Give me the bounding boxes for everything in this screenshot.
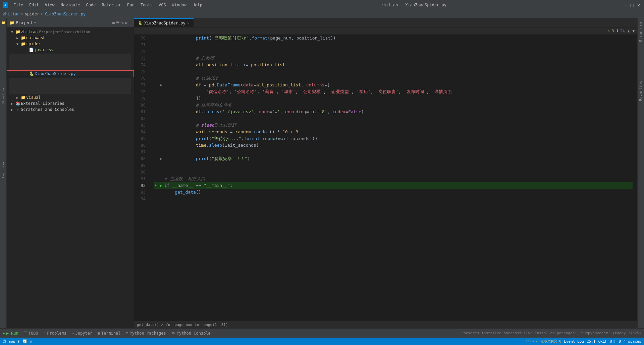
menu-edit[interactable]: Edit: [26, 2, 42, 8]
menu-code[interactable]: Code: [84, 2, 99, 8]
code-editor[interactable]: print('已爬取第{}页\n'.format(page_num, posit…: [151, 35, 633, 321]
code-line-89: [154, 162, 633, 169]
menu-window[interactable]: Window: [169, 2, 189, 8]
menu-navigate[interactable]: Navigate: [58, 2, 83, 8]
minimize-button[interactable]: ─: [623, 2, 628, 8]
editor-scrollbar[interactable]: [633, 35, 637, 321]
tab-label: XiaoZhaoSpider.py: [144, 21, 185, 25]
scratches-icon: ✏: [15, 107, 21, 112]
status-bar-right: CSDN @ 程序员的窝 Q Event Log 25:1 CRLF UTF-8…: [526, 339, 641, 344]
python-packages-icon: ⊞: [126, 331, 128, 335]
tree-item-spider[interactable]: ▼ 📁 spider: [7, 41, 134, 47]
git-branch[interactable]: ⑳ app ▼: [3, 339, 20, 344]
favorites-icon[interactable]: Favorites: [0, 167, 6, 173]
close-button[interactable]: ✕: [636, 2, 641, 8]
favorites-sidebar-label[interactable]: Favorites: [638, 78, 644, 104]
todo-button[interactable]: ☰ TODO: [24, 331, 38, 336]
python-icon: 🐍: [29, 71, 35, 76]
linenum-87: 87: [134, 149, 148, 155]
menu-run[interactable]: Run: [124, 2, 137, 8]
tree-item-java-csv[interactable]: 📄 java.csv: [7, 47, 134, 53]
breadcrumb-file[interactable]: XiaoZhaoSpider.py: [44, 12, 86, 16]
encoding[interactable]: UTF-8: [610, 339, 621, 344]
settings-icon[interactable]: ⚙: [30, 339, 32, 344]
run-label: ▶ Run: [6, 331, 18, 336]
menu-vcs[interactable]: VCS: [156, 2, 169, 8]
maximize-button[interactable]: □: [629, 2, 635, 8]
tree-item-external-libs[interactable]: ▶ 📚 External Libraries: [7, 100, 134, 107]
tree-item-datawash[interactable]: ▶ 📁 datawash: [7, 35, 134, 41]
python-console-label: Python Console: [177, 331, 211, 336]
line-sep[interactable]: CRLF: [598, 339, 607, 344]
tree-arrow-scratches: ▶: [9, 108, 15, 112]
project-panel-header: 📁 Project ▼ ⊞ ☰ ⇅ ⚙ —: [7, 18, 134, 27]
project-icon[interactable]: 📁: [0, 19, 6, 25]
breadcrumb: zhilian > spider > XiaoZhaoSpider.py: [0, 10, 644, 18]
run-arrow-92: ▶: [158, 182, 164, 189]
structure-sidebar: Structure Favorites: [637, 18, 644, 328]
linenum-86: 86: [134, 142, 148, 149]
expand-all-button[interactable]: ⊞: [112, 20, 115, 25]
status-bar: ⑳ app ▼ 🔄 ⚙ CSDN @ 程序员的窝 Q Event Log 25:…: [0, 338, 644, 345]
menu-view[interactable]: View: [42, 2, 57, 8]
right-panel: 🐍 XiaoZhaoSpider.py ✕ ⚠ 3 ℹ 24 ▲ ▼: [134, 18, 637, 328]
structure-sidebar-label[interactable]: Structure: [638, 19, 644, 45]
code-line-83: # sleep防止封禁IP: [154, 122, 633, 129]
terminal-button[interactable]: ▣ Terminal: [98, 331, 120, 336]
tree-label-spider: spider: [26, 42, 41, 46]
event-log[interactable]: Event Log: [564, 339, 584, 344]
nav-function[interactable]: get_data() > for page_num in range(1, 31…: [137, 323, 228, 327]
status-message: Packages installed successfully: Install…: [462, 331, 641, 335]
breadcrumb-folder[interactable]: spider: [25, 12, 39, 16]
code-line-94: [154, 196, 633, 202]
status-bar-left: ⑳ app ▼ 🔄 ⚙: [3, 339, 32, 344]
tab-xiaozhao[interactable]: 🐍 XiaoZhaoSpider.py ✕: [134, 18, 194, 27]
tree-item-visual[interactable]: ▶ 📁 visual: [7, 94, 134, 100]
menu-refactor[interactable]: Refactor: [99, 2, 124, 8]
breadcrumb-project[interactable]: zhilian: [3, 12, 20, 16]
collapse-warnings[interactable]: ▲: [628, 29, 630, 33]
linenum-83: 83: [134, 122, 148, 129]
hide-panel-button[interactable]: —: [129, 20, 131, 25]
editor-bottom-nav: get_data() > for page_num in range(1, 31…: [134, 321, 637, 328]
settings-button[interactable]: ⚙: [125, 20, 127, 25]
run-arrow-icon[interactable]: ▶: [160, 182, 162, 189]
tab-close-button[interactable]: ✕: [187, 21, 190, 25]
code-line-92: ● ▶ if __name__ == "__main__":: [154, 182, 633, 189]
jupyter-label: Jupyter: [75, 331, 93, 336]
expand-warnings[interactable]: ▼: [632, 29, 635, 33]
menu-help[interactable]: Help: [190, 2, 205, 8]
info-count[interactable]: ℹ 24: [617, 29, 625, 33]
linenum-84: 84: [134, 129, 148, 135]
tree-path-root: E:\projectSpace\zhilian: [39, 30, 90, 34]
problems-button[interactable]: ⚠ Problems: [44, 331, 66, 336]
code-line-74: all_position_list += position_list: [154, 62, 633, 68]
python-console-button[interactable]: ≫ Python Console: [171, 331, 211, 336]
python-packages-button[interactable]: ⊞ Python Packages: [126, 331, 166, 336]
indent-info[interactable]: 4 spaces: [624, 339, 641, 344]
tree-root[interactable]: ▼ 📁 zhilian E:\projectSpace\zhilian: [7, 29, 134, 35]
bp-92: ●: [154, 182, 158, 189]
sync-icon[interactable]: 🔄: [22, 339, 27, 344]
terminal-icon: ▣: [98, 331, 100, 335]
tree-arrow-root: ▼: [9, 30, 15, 34]
linenum-72: 72: [134, 48, 148, 55]
linenum-92: 92: [134, 182, 148, 189]
code-line-72: [154, 48, 633, 55]
thumbnail-2: [9, 78, 131, 94]
linenum-85: 85: [134, 135, 148, 142]
menu-tools[interactable]: Tools: [138, 2, 155, 8]
run-button[interactable]: ▶ ▶ Run: [3, 331, 18, 336]
autoscroll-button[interactable]: ⇅: [121, 20, 123, 25]
tree-label-xiaozhao: XiaoZhaoSpider.py: [35, 71, 76, 76]
menu-file[interactable]: File: [11, 2, 26, 8]
structure-icon[interactable]: Structure: [0, 93, 6, 99]
terminal-label: Terminal: [101, 331, 121, 336]
collapse-all-button[interactable]: ☰: [116, 20, 120, 25]
problems-icon: ⚠: [44, 331, 46, 335]
warning-count[interactable]: ⚠ 3: [607, 29, 614, 33]
jupyter-button[interactable]: ⌁ Jupyter: [72, 331, 92, 336]
tree-item-scratches[interactable]: ▶ ✏ Scratches and Consoles: [7, 107, 134, 113]
tree-arrow-spider: ▼: [15, 42, 20, 46]
tree-item-xiaozhao[interactable]: 🐍 XiaoZhaoSpider.py: [7, 70, 134, 77]
